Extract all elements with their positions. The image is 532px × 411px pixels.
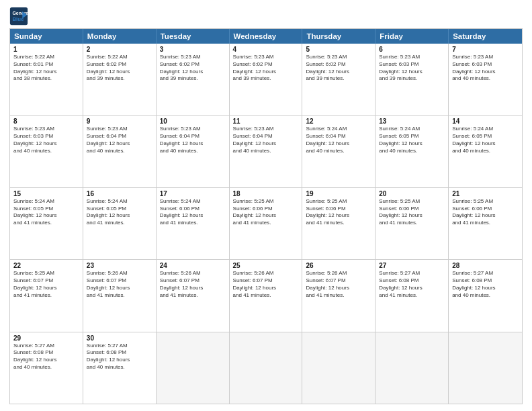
cal-cell: 10Sunrise: 5:23 AM Sunset: 6:04 PM Dayli… <box>157 116 230 187</box>
cal-cell: 16Sunrise: 5:24 AM Sunset: 6:05 PM Dayli… <box>83 188 157 259</box>
day-number: 29 <box>13 334 79 342</box>
cal-cell: 30Sunrise: 5:27 AM Sunset: 6:08 PM Dayli… <box>83 332 157 404</box>
calendar-row-2: 15Sunrise: 5:24 AM Sunset: 6:05 PM Dayli… <box>10 187 522 259</box>
calendar-row-4: 29Sunrise: 5:27 AM Sunset: 6:08 PM Dayli… <box>10 332 522 404</box>
cal-cell: 3Sunrise: 5:23 AM Sunset: 6:02 PM Daylig… <box>157 44 230 115</box>
calendar-body: 1Sunrise: 5:22 AM Sunset: 6:01 PM Daylig… <box>10 44 522 404</box>
day-number: 23 <box>87 262 152 269</box>
header-day-wednesday: Wednesday <box>230 29 303 44</box>
day-info: Sunrise: 5:24 AM Sunset: 6:05 PM Dayligh… <box>13 198 79 227</box>
header-day-sunday: Sunday <box>10 29 83 44</box>
day-number: 13 <box>379 118 445 125</box>
calendar-row-1: 8Sunrise: 5:23 AM Sunset: 6:03 PM Daylig… <box>10 115 522 187</box>
day-number: 18 <box>233 190 299 197</box>
day-info: Sunrise: 5:25 AM Sunset: 6:06 PM Dayligh… <box>233 198 299 227</box>
logo-icon: General Blue <box>9 7 28 26</box>
day-number: 21 <box>452 190 519 197</box>
day-number: 15 <box>13 190 79 197</box>
cal-cell: 6Sunrise: 5:23 AM Sunset: 6:03 PM Daylig… <box>375 44 449 115</box>
calendar: SundayMondayTuesdayWednesdayThursdayFrid… <box>9 28 523 404</box>
day-number: 27 <box>379 262 445 269</box>
day-info: Sunrise: 5:26 AM Sunset: 6:07 PM Dayligh… <box>306 270 371 299</box>
day-number: 30 <box>87 334 152 342</box>
cal-cell: 22Sunrise: 5:25 AM Sunset: 6:07 PM Dayli… <box>10 260 83 331</box>
day-info: Sunrise: 5:26 AM Sunset: 6:07 PM Dayligh… <box>87 270 152 299</box>
header: General Blue <box>9 7 523 26</box>
day-number: 14 <box>452 118 519 125</box>
day-number: 19 <box>306 190 371 197</box>
cal-cell: 7Sunrise: 5:23 AM Sunset: 6:03 PM Daylig… <box>449 44 522 115</box>
cal-cell: 25Sunrise: 5:26 AM Sunset: 6:07 PM Dayli… <box>230 260 303 331</box>
cal-cell <box>375 332 449 404</box>
day-info: Sunrise: 5:25 AM Sunset: 6:06 PM Dayligh… <box>306 198 371 227</box>
header-day-monday: Monday <box>83 29 157 44</box>
cal-cell <box>157 332 230 404</box>
cal-cell: 12Sunrise: 5:24 AM Sunset: 6:04 PM Dayli… <box>302 116 375 187</box>
cal-cell: 5Sunrise: 5:23 AM Sunset: 6:02 PM Daylig… <box>302 44 375 115</box>
calendar-header: SundayMondayTuesdayWednesdayThursdayFrid… <box>10 29 522 44</box>
day-number: 10 <box>160 118 226 125</box>
header-day-friday: Friday <box>375 29 449 44</box>
day-number: 24 <box>160 262 226 269</box>
cal-cell: 17Sunrise: 5:24 AM Sunset: 6:06 PM Dayli… <box>157 188 230 259</box>
day-number: 12 <box>306 118 371 125</box>
cal-cell: 8Sunrise: 5:23 AM Sunset: 6:03 PM Daylig… <box>10 116 83 187</box>
day-info: Sunrise: 5:23 AM Sunset: 6:03 PM Dayligh… <box>452 54 519 83</box>
day-info: Sunrise: 5:22 AM Sunset: 6:01 PM Dayligh… <box>13 54 79 83</box>
day-number: 5 <box>306 46 371 53</box>
cal-cell: 23Sunrise: 5:26 AM Sunset: 6:07 PM Dayli… <box>83 260 157 331</box>
day-info: Sunrise: 5:27 AM Sunset: 6:08 PM Dayligh… <box>379 270 445 299</box>
day-number: 9 <box>87 118 152 125</box>
day-number: 1 <box>13 46 79 53</box>
cal-cell: 13Sunrise: 5:24 AM Sunset: 6:05 PM Dayli… <box>375 116 449 187</box>
day-number: 11 <box>233 118 299 125</box>
cal-cell: 14Sunrise: 5:24 AM Sunset: 6:05 PM Dayli… <box>449 116 522 187</box>
day-info: Sunrise: 5:27 AM Sunset: 6:08 PM Dayligh… <box>452 270 519 299</box>
day-info: Sunrise: 5:23 AM Sunset: 6:02 PM Dayligh… <box>306 54 371 83</box>
cal-cell: 28Sunrise: 5:27 AM Sunset: 6:08 PM Dayli… <box>449 260 522 331</box>
day-info: Sunrise: 5:23 AM Sunset: 6:03 PM Dayligh… <box>379 54 445 83</box>
cal-cell: 20Sunrise: 5:25 AM Sunset: 6:06 PM Dayli… <box>375 188 449 259</box>
cal-cell: 18Sunrise: 5:25 AM Sunset: 6:06 PM Dayli… <box>230 188 303 259</box>
day-info: Sunrise: 5:26 AM Sunset: 6:07 PM Dayligh… <box>160 270 226 299</box>
day-number: 3 <box>160 46 226 53</box>
cal-cell: 21Sunrise: 5:25 AM Sunset: 6:06 PM Dayli… <box>449 188 522 259</box>
day-info: Sunrise: 5:23 AM Sunset: 6:04 PM Dayligh… <box>233 126 299 154</box>
cal-cell: 26Sunrise: 5:26 AM Sunset: 6:07 PM Dayli… <box>302 260 375 331</box>
day-info: Sunrise: 5:23 AM Sunset: 6:04 PM Dayligh… <box>87 126 152 154</box>
day-info: Sunrise: 5:24 AM Sunset: 6:05 PM Dayligh… <box>87 198 152 227</box>
cal-cell: 24Sunrise: 5:26 AM Sunset: 6:07 PM Dayli… <box>157 260 230 331</box>
day-info: Sunrise: 5:23 AM Sunset: 6:02 PM Dayligh… <box>160 54 226 83</box>
calendar-row-0: 1Sunrise: 5:22 AM Sunset: 6:01 PM Daylig… <box>10 44 522 115</box>
day-number: 25 <box>233 262 299 269</box>
day-info: Sunrise: 5:25 AM Sunset: 6:06 PM Dayligh… <box>379 198 445 227</box>
cal-cell <box>230 332 303 404</box>
day-info: Sunrise: 5:23 AM Sunset: 6:03 PM Dayligh… <box>13 126 79 154</box>
day-number: 2 <box>87 46 152 53</box>
day-info: Sunrise: 5:25 AM Sunset: 6:07 PM Dayligh… <box>13 270 79 299</box>
day-number: 26 <box>306 262 371 269</box>
day-info: Sunrise: 5:24 AM Sunset: 6:04 PM Dayligh… <box>306 126 371 154</box>
day-info: Sunrise: 5:24 AM Sunset: 6:05 PM Dayligh… <box>452 126 519 154</box>
cal-cell <box>449 332 522 404</box>
day-number: 28 <box>452 262 519 269</box>
logo: General Blue <box>9 7 28 26</box>
day-number: 16 <box>87 190 152 197</box>
cal-cell <box>302 332 375 404</box>
header-day-tuesday: Tuesday <box>157 29 230 44</box>
cal-cell: 9Sunrise: 5:23 AM Sunset: 6:04 PM Daylig… <box>83 116 157 187</box>
header-day-saturday: Saturday <box>449 29 522 44</box>
day-info: Sunrise: 5:22 AM Sunset: 6:02 PM Dayligh… <box>87 54 152 83</box>
day-number: 4 <box>233 46 299 53</box>
cal-cell: 4Sunrise: 5:23 AM Sunset: 6:02 PM Daylig… <box>230 44 303 115</box>
day-info: Sunrise: 5:26 AM Sunset: 6:07 PM Dayligh… <box>233 270 299 299</box>
day-number: 6 <box>379 46 445 53</box>
day-info: Sunrise: 5:25 AM Sunset: 6:06 PM Dayligh… <box>452 198 519 227</box>
day-info: Sunrise: 5:24 AM Sunset: 6:06 PM Dayligh… <box>160 198 226 227</box>
day-number: 20 <box>379 190 445 197</box>
day-info: Sunrise: 5:23 AM Sunset: 6:04 PM Dayligh… <box>160 126 226 154</box>
cal-cell: 1Sunrise: 5:22 AM Sunset: 6:01 PM Daylig… <box>10 44 83 115</box>
day-number: 22 <box>13 262 79 269</box>
page: General Blue SundayMondayTuesdayWednesda… <box>0 0 532 411</box>
day-info: Sunrise: 5:23 AM Sunset: 6:02 PM Dayligh… <box>233 54 299 83</box>
